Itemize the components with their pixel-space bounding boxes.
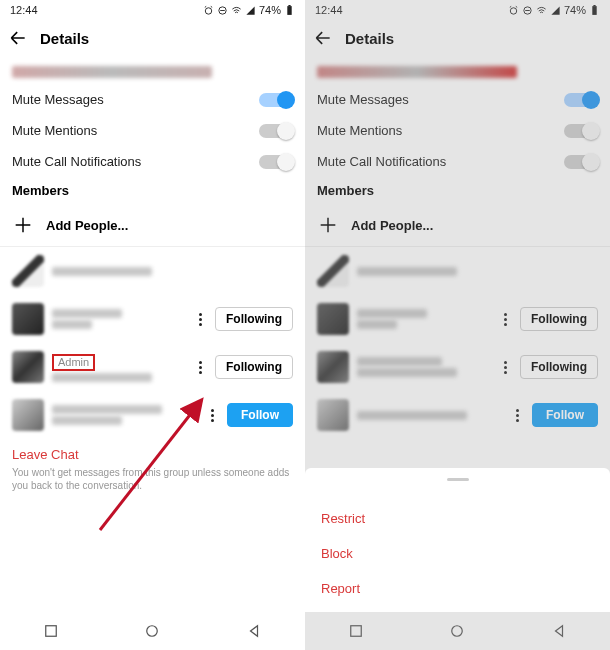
svg-point-6 (147, 626, 158, 637)
wifi-icon (231, 5, 242, 16)
add-people-label: Add People... (46, 218, 128, 233)
clock: 12:44 (10, 4, 38, 16)
avatar (12, 351, 44, 383)
sheet-report[interactable]: Report (305, 571, 610, 606)
member-row[interactable]: Admin Following (0, 343, 305, 391)
mute-calls-row[interactable]: Mute Call Notifications (0, 146, 305, 177)
avatar (12, 399, 44, 431)
follow-button[interactable]: Follow (227, 403, 293, 427)
following-button[interactable]: Following (215, 307, 293, 331)
avatar (12, 255, 44, 287)
sheet-restrict[interactable]: Restrict (305, 501, 610, 536)
member-row[interactable] (0, 247, 305, 295)
svg-rect-2 (287, 6, 291, 15)
avatar (12, 303, 44, 335)
nav-recent[interactable] (43, 623, 59, 639)
mute-calls-label: Mute Call Notifications (12, 154, 141, 169)
page-title: Details (40, 30, 89, 47)
mute-messages-label: Mute Messages (12, 92, 104, 107)
member-name (52, 267, 293, 276)
header: Details (0, 20, 305, 56)
sheet-handle[interactable] (447, 478, 469, 481)
status-bar: 12:44 74% (0, 0, 305, 20)
mute-messages-toggle[interactable] (259, 93, 293, 107)
group-name (0, 56, 305, 84)
mute-messages-row[interactable]: Mute Messages (0, 84, 305, 115)
sheet-block[interactable]: Block (305, 536, 610, 571)
svg-rect-3 (288, 5, 290, 6)
member-name: Admin (52, 352, 185, 382)
kebab-icon[interactable] (193, 361, 207, 374)
following-button[interactable]: Following (215, 355, 293, 379)
nav-home[interactable] (144, 623, 160, 639)
member-row[interactable]: Follow (0, 391, 305, 439)
member-name (52, 309, 185, 329)
sheet-username (305, 487, 610, 501)
dnd-icon (217, 5, 228, 16)
alarm-icon (203, 5, 214, 16)
plus-icon (12, 214, 34, 236)
android-navbar (0, 612, 305, 650)
svg-rect-5 (46, 626, 57, 637)
back-icon[interactable] (8, 28, 28, 48)
svg-point-0 (205, 7, 211, 13)
leave-chat[interactable]: Leave Chat (0, 439, 305, 464)
mute-mentions-label: Mute Mentions (12, 123, 97, 138)
battery-icon (284, 5, 295, 16)
nav-back[interactable] (246, 623, 262, 639)
add-people[interactable]: Add People... (0, 204, 305, 247)
signal-icon (245, 5, 256, 16)
admin-badge: Admin (52, 354, 95, 371)
member-name (52, 405, 197, 425)
mute-mentions-row[interactable]: Mute Mentions (0, 115, 305, 146)
leave-hint: You won't get messages from this group u… (0, 464, 305, 500)
battery-pct: 74% (259, 4, 281, 16)
members-label: Members (0, 177, 305, 204)
mute-mentions-toggle[interactable] (259, 124, 293, 138)
status-icons: 74% (203, 4, 295, 16)
member-row[interactable]: Following (0, 295, 305, 343)
action-sheet: Restrict Block Report (305, 468, 610, 612)
mute-calls-toggle[interactable] (259, 155, 293, 169)
kebab-icon[interactable] (205, 409, 219, 422)
kebab-icon[interactable] (193, 313, 207, 326)
